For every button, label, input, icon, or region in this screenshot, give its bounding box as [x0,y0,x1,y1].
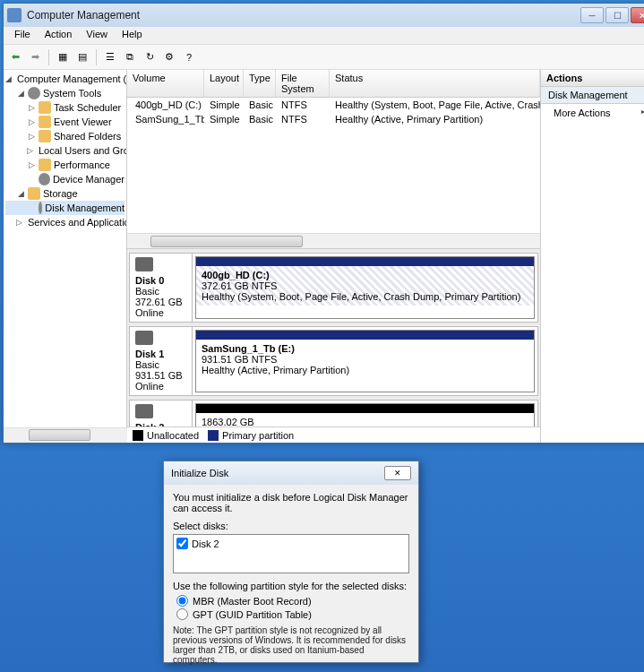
back-button[interactable]: ⬅ [7,49,23,65]
menu-file[interactable]: File [7,27,38,44]
col-volume[interactable]: Volume [127,70,204,97]
menu-help[interactable]: Help [115,27,150,44]
dialog-message: You must initialize a disk before Logica… [173,492,409,513]
disk-icon [135,331,153,345]
tree-event[interactable]: Event Viewer [54,116,112,127]
menu-action[interactable]: Action [38,27,80,44]
gpt-radio[interactable] [176,608,188,620]
dialog-close-button[interactable]: ✕ [384,466,411,480]
nav-tree[interactable]: ◢Computer Management (Local ◢System Tool… [4,70,127,443]
tree-shared[interactable]: Shared Folders [54,131,121,142]
app-icon [7,8,21,22]
disk-row[interactable]: Disk 0Basic372.61 GBOnline 400gb_HD (C:)… [129,253,538,323]
tree-scrollbar[interactable] [4,427,127,443]
device-icon [39,173,50,185]
disk-icon [39,202,42,214]
tree-storage[interactable]: Storage [43,188,78,199]
actions-panel: Actions Disk Management▴ More Actions▸ [541,70,644,443]
actions-diskmgmt[interactable]: Disk Management▴ [541,87,644,104]
volume-row[interactable]: 400gb_HD (C:) Simple Basic NTFS Healthy … [127,98,540,112]
disk-row[interactable]: Disk 1Basic931.51 GBOnline SamSung_1_Tb … [129,326,538,396]
window-title: Computer Management [27,9,580,22]
folder-icon [39,130,51,142]
partition[interactable]: SamSung_1_Tb (E:)931.51 GB NTFSHealthy (… [195,330,535,392]
toolbar: ⬅ ➡ ▦ ▤ ☰ ⧉ ↻ ⚙ ? [4,45,644,70]
toolbar-icon-2[interactable]: ▤ [74,49,90,65]
volume-list[interactable]: Volume Layout Type File System Status 40… [127,70,540,249]
toolbar-icon-4[interactable]: ⧉ [122,49,138,65]
gpt-note: Note: The GPT partition style is not rec… [173,625,409,665]
select-disks-label: Select disks: [173,521,409,531]
help-icon[interactable]: ? [181,49,197,65]
tree-services[interactable]: Services and Applications [28,217,127,228]
initialize-disk-dialog: Initialize Disk ✕ You must initialize a … [163,461,419,663]
legend-unallocated: Unallocated [147,430,199,441]
tree-root[interactable]: Computer Management (Local [17,73,127,84]
disk-icon [135,404,153,418]
mbr-radio-row[interactable]: MBR (Master Boot Record) [176,595,406,607]
toolbar-icon-1[interactable]: ▦ [55,49,71,65]
legend-primary-swatch [208,430,219,441]
col-status[interactable]: Status [330,70,540,97]
col-layout[interactable]: Layout [204,70,244,97]
disk-checkbox[interactable] [176,538,188,549]
actions-more[interactable]: More Actions▸ [541,104,644,122]
legend: Unallocated Primary partition [127,426,540,443]
divider [96,49,97,65]
tree-devmgr[interactable]: Device Manager [53,174,125,185]
disk-row[interactable]: Disk 2Unknown1863.02 GBNot Initialized 1… [129,400,538,426]
tools-icon [28,87,40,99]
folder-icon [39,159,51,171]
tree-diskmgmt[interactable]: Disk Management [45,202,125,213]
col-type[interactable]: Type [244,70,276,97]
divider [48,49,49,65]
dialog-titlebar[interactable]: Initialize Disk ✕ [164,461,418,485]
menubar: File Action View Help [4,27,644,45]
close-button[interactable]: ✕ [631,7,644,23]
gpt-radio-row[interactable]: GPT (GUID Partition Table) [176,608,406,620]
volume-scrollbar[interactable] [127,233,540,248]
main-panel: Volume Layout Type File System Status 40… [127,70,541,443]
titlebar[interactable]: Computer Management ─ ☐ ✕ [4,4,644,27]
toolbar-icon-6[interactable]: ⚙ [161,49,177,65]
legend-unallocated-swatch [133,430,143,441]
partition[interactable]: 1863.02 GBUnallocated [195,403,535,426]
mbr-radio[interactable] [176,595,188,607]
computer-management-window: Computer Management ─ ☐ ✕ File Action Vi… [3,3,644,444]
tree-task[interactable]: Task Scheduler [54,102,121,113]
tree-perf[interactable]: Performance [54,159,110,170]
toolbar-icon-3[interactable]: ☰ [102,49,118,65]
volume-row[interactable]: SamSung_1_Tb (E:) Simple Basic NTFS Heal… [127,112,540,126]
partition-style-label: Use the following partition style for th… [173,581,409,591]
disk-graphical-view: Disk 0Basic372.61 GBOnline 400gb_HD (C:)… [127,249,540,426]
maximize-button[interactable]: ☐ [605,7,629,23]
legend-primary: Primary partition [222,430,294,441]
col-filesystem[interactable]: File System [276,70,330,97]
dialog-title: Initialize Disk [171,468,384,478]
actions-header: Actions [541,70,644,87]
disk-icon [135,257,153,271]
partition[interactable]: 400gb_HD (C:)372.61 GB NTFSHealthy (Syst… [195,256,535,319]
tree-systools[interactable]: System Tools [43,88,101,99]
folder-icon [39,116,51,128]
refresh-icon[interactable]: ↻ [142,49,158,65]
menu-view[interactable]: View [79,27,115,44]
minimize-button[interactable]: ─ [580,7,604,23]
folder-icon [39,101,51,114]
storage-icon [28,187,40,200]
disk-checkbox-row[interactable]: Disk 2 [176,538,406,549]
forward-button[interactable]: ➡ [27,49,43,65]
disk-listbox[interactable]: Disk 2 [173,534,409,573]
tree-users[interactable]: Local Users and Groups [39,145,127,156]
